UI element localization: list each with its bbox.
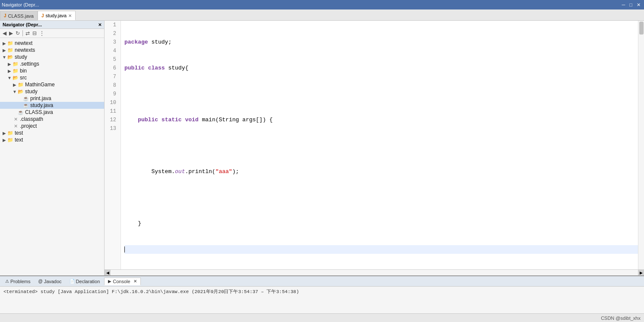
tab-problems-label: Problems bbox=[10, 279, 30, 284]
tree-toggle-settings[interactable]: ▶ bbox=[7, 62, 12, 66]
tree-item-src[interactable]: ▼ 📂 src bbox=[0, 74, 104, 81]
navigator-panel: Navigator (Depr... ✕ ◀ ▶ ↻ ⇄ ⊟ ⋮ ▶ 📁 new… bbox=[0, 21, 105, 275]
tree-item-study-java-file[interactable]: ☕ study.java bbox=[0, 102, 104, 109]
tree-toggle-mathingame[interactable]: ▶ bbox=[12, 82, 17, 87]
tab-study-java[interactable]: J study.java ✕ bbox=[38, 11, 76, 20]
tree-item-classpath[interactable]: ✕ .classpath bbox=[0, 116, 104, 123]
sync-button[interactable]: ⇄ bbox=[25, 30, 31, 37]
xml-file-icon-project: ✕ bbox=[12, 123, 19, 129]
tree-toggle-study[interactable]: ▼ bbox=[2, 55, 7, 60]
tab-javadoc[interactable]: @ Javadoc bbox=[35, 278, 65, 285]
bottom-tabs: ⚠ Problems @ Javadoc 📄 Declaration ▶ Con… bbox=[0, 276, 644, 287]
console-text: <terminated> study [Java Application] F:… bbox=[3, 289, 299, 294]
tree-label-study: study bbox=[15, 54, 27, 60]
java-icon: J bbox=[41, 13, 44, 18]
right-scrollbar[interactable] bbox=[638, 21, 644, 269]
java-file-icon-study: ☕ bbox=[22, 103, 29, 108]
line-num-11: 11 bbox=[105, 107, 118, 116]
more-button[interactable]: ⋮ bbox=[38, 30, 45, 37]
close-nav-icon[interactable]: ✕ bbox=[98, 22, 102, 27]
folder-icon-bin: 📁 bbox=[12, 68, 19, 74]
console-icon: ▶ bbox=[108, 279, 111, 284]
navigator-toolbar: ◀ ▶ ↻ ⇄ ⊟ ⋮ bbox=[0, 29, 104, 38]
horizontal-scrollbar[interactable]: ◀ ▶ bbox=[105, 269, 644, 275]
tree-toggle-test[interactable]: ▶ bbox=[2, 131, 7, 136]
code-editor[interactable]: 1 2 3 4 5 6 7 8 9 10 11 12 13 package st… bbox=[105, 21, 644, 269]
line-num-7: 7 bbox=[105, 73, 118, 81]
tree-item-bin[interactable]: ▶ 📁 bin bbox=[0, 67, 104, 74]
code-content[interactable]: package study; public class study{ publi… bbox=[121, 21, 638, 269]
tab-class-java[interactable]: J CLASS.java bbox=[0, 11, 38, 20]
code-line-3 bbox=[124, 90, 638, 98]
tree-label-text: text bbox=[15, 137, 23, 143]
tree-item-class-java-file[interactable]: ☕ CLASS.java bbox=[0, 109, 104, 116]
line-num-5: 5 bbox=[105, 55, 118, 64]
problems-icon: ⚠ bbox=[5, 279, 9, 284]
refresh-button[interactable]: ↻ bbox=[15, 30, 21, 37]
tree-label-classpath: .classpath bbox=[20, 116, 43, 122]
xml-file-icon-classpath: ✕ bbox=[12, 117, 19, 122]
tree-item-newtexts[interactable]: ▶ 📁 newtexts bbox=[0, 47, 104, 54]
line-num-10: 10 bbox=[105, 98, 118, 107]
tree-item-text[interactable]: ▶ 📁 text bbox=[0, 136, 104, 143]
tree-item-study-pkg[interactable]: ▼ 📂 study bbox=[0, 88, 104, 95]
line-num-6: 6 bbox=[105, 64, 118, 73]
tree-item-settings[interactable]: ▶ 📁 .settings bbox=[0, 60, 104, 67]
scroll-thumb[interactable] bbox=[639, 22, 644, 35]
tab-problems[interactable]: ⚠ Problems bbox=[2, 278, 34, 285]
code-line-9 bbox=[124, 245, 638, 254]
back-button[interactable]: ◀ bbox=[2, 30, 7, 37]
tab-javadoc-label: Javadoc bbox=[44, 279, 62, 284]
close-button[interactable]: ✕ bbox=[635, 2, 642, 8]
folder-icon-study-pkg: 📂 bbox=[17, 89, 24, 95]
main-area: Navigator (Depr... ✕ ◀ ▶ ↻ ⇄ ⊟ ⋮ ▶ 📁 new… bbox=[0, 21, 644, 275]
hscroll-right-button[interactable]: ▶ bbox=[638, 270, 644, 276]
tab-console[interactable]: ▶ Console ✕ bbox=[104, 278, 140, 285]
console-content: <terminated> study [Java Application] F:… bbox=[0, 287, 644, 313]
hscroll-left-button[interactable]: ◀ bbox=[105, 270, 111, 276]
tab-close-icon[interactable]: ✕ bbox=[68, 13, 72, 18]
tree-label-src: src bbox=[20, 75, 27, 81]
tree-toggle-bin[interactable]: ▶ bbox=[7, 69, 12, 73]
line-num-2: 2 bbox=[105, 29, 118, 38]
hscroll-track[interactable] bbox=[111, 270, 638, 276]
tree-toggle-newtext[interactable]: ▶ bbox=[2, 41, 7, 46]
line-num-8: 8 bbox=[105, 81, 118, 90]
tab-declaration[interactable]: 📄 Declaration bbox=[66, 278, 104, 285]
line-num-12: 12 bbox=[105, 116, 118, 124]
collapse-button[interactable]: ⊟ bbox=[32, 30, 38, 37]
tree-label-class-java-file: CLASS.java bbox=[25, 109, 53, 115]
minimize-button[interactable]: ─ bbox=[620, 2, 627, 8]
tree-toggle-study-pkg[interactable]: ▼ bbox=[12, 89, 17, 94]
tree-toggle-text[interactable]: ▶ bbox=[2, 138, 7, 142]
tree-item-test[interactable]: ▶ 📁 test bbox=[0, 129, 104, 136]
java-icon: J bbox=[4, 13, 6, 18]
tree-label-study-pkg: study bbox=[25, 88, 38, 95]
title-bar-left: Navigator (Depr... bbox=[2, 2, 39, 7]
status-bar: CSDN @sdibt_xhx bbox=[0, 313, 644, 322]
code-line-2: public class study{ bbox=[124, 64, 638, 73]
tree-item-study[interactable]: ▼ 📂 study bbox=[0, 54, 104, 60]
tree-label-project: .project bbox=[20, 123, 37, 129]
code-line-8: } bbox=[124, 219, 638, 228]
tree-item-newtext[interactable]: ▶ 📁 newtext bbox=[0, 40, 104, 47]
tree-item-project[interactable]: ✕ .project bbox=[0, 123, 104, 129]
java-file-icon-print: ☕ bbox=[22, 96, 29, 101]
tree-item-mathingame[interactable]: ▶ 📁 MathinGame bbox=[0, 81, 104, 88]
tree-label-newtexts: newtexts bbox=[15, 47, 35, 53]
tree-toggle-src[interactable]: ▼ bbox=[7, 76, 12, 80]
tree-item-print-java[interactable]: ☕ print.java bbox=[0, 95, 104, 102]
tab-console-close[interactable]: ✕ bbox=[133, 279, 137, 284]
line-numbers: 1 2 3 4 5 6 7 8 9 10 11 12 13 bbox=[105, 21, 121, 269]
code-line-4: public static void main(String args[]) { bbox=[124, 116, 638, 124]
maximize-button[interactable]: □ bbox=[628, 2, 634, 8]
line-num-9: 9 bbox=[105, 90, 118, 98]
navigator-title: Navigator (Depr... bbox=[2, 2, 39, 7]
line-num-3: 3 bbox=[105, 38, 118, 47]
tree-label-print-java: print.java bbox=[30, 95, 51, 101]
forward-button[interactable]: ▶ bbox=[8, 30, 14, 37]
tab-bar: J CLASS.java J study.java ✕ bbox=[0, 9, 644, 21]
tree-toggle-newtexts[interactable]: ▶ bbox=[2, 48, 7, 53]
tree-label-newtext: newtext bbox=[15, 40, 32, 46]
code-line-5 bbox=[124, 142, 638, 150]
